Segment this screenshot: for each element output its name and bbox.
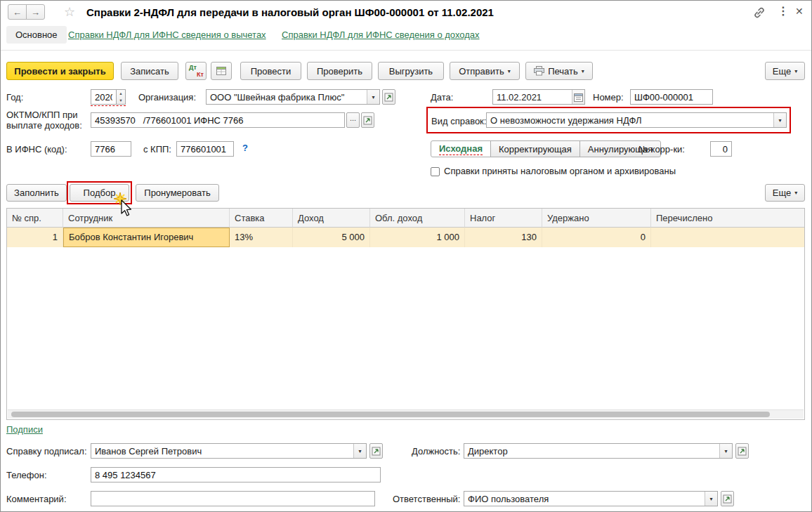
signs-link[interactable]: Подписи [6,424,43,435]
signed-by-value: Иванов Сергей Петрович [91,446,353,457]
col-transferred[interactable]: Перечислено [651,209,804,228]
cell-tax[interactable]: 130 [465,228,542,247]
cell-employee[interactable]: Бобров Константин Игоревич [63,228,230,247]
post-button[interactable]: Провести [240,62,301,80]
chevron-down-icon[interactable]: ▾ [367,90,379,104]
table-row[interactable]: 1 Бобров Константин Игоревич 13% 5 000 1… [7,228,804,247]
dt-kt-button[interactable]: Дт Кт [185,62,207,80]
link-icon[interactable] [752,6,766,22]
oktmo-open-button[interactable] [361,112,374,128]
spinner-up-icon[interactable]: ▲ [117,90,125,97]
chevron-down-icon[interactable]: ▾ [705,492,717,506]
save-button[interactable]: Записать [121,62,178,80]
position-open-button[interactable] [735,443,749,459]
chevron-down-icon[interactable]: ▾ [773,113,786,127]
chevron-down-icon: ▾ [508,68,511,74]
archived-checkbox[interactable] [431,167,440,176]
col-tax[interactable]: Налог [465,209,542,228]
horizontal-scrollbar[interactable] [8,409,804,419]
link-certificates-deductions[interactable]: Справки НДФЛ для ИФНС сведения о вычетах [68,29,266,40]
oktmo-input[interactable] [91,112,345,128]
post-and-close-button[interactable]: Провести и закрыть [6,62,114,80]
close-icon[interactable]: ✕ [795,6,804,17]
certificate-type-toggle: Исходная Корректирующая Аннулирующая [431,140,661,157]
year-modified-underline [91,105,126,106]
col-number[interactable]: № спр. [7,209,63,228]
tab-main[interactable]: Основное [6,26,67,44]
more-button-table[interactable]: Еще▾ [765,184,805,202]
col-taxable-income[interactable]: Обл. доход [370,209,465,228]
chevron-down-icon[interactable]: ▾ [353,444,366,458]
comment-input[interactable] [91,491,375,506]
year-input[interactable] [91,89,117,105]
organization-combo[interactable]: ООО "Швейная фабрика Плюс" ▾ [206,89,380,105]
organization-open-button[interactable] [382,89,395,105]
corr-number-input[interactable] [710,141,732,157]
print-button[interactable]: Печать▾ [525,62,593,80]
ifns-label: В ИФНС (код): [6,144,67,155]
fill-button[interactable]: Заполнить [6,184,67,202]
position-combo[interactable]: Директор ▾ [464,443,733,459]
cell-transferred[interactable] [651,228,804,247]
check-button[interactable]: Проверить [307,62,372,80]
col-withheld[interactable]: Удержано [542,209,651,228]
calendar-icon[interactable] [572,90,584,104]
register-records-button[interactable] [211,62,232,80]
back-button[interactable]: ← [8,4,27,20]
oktmo-label: ОКТМО/КПП при выплате доходов: [6,110,85,131]
spinner-down-icon[interactable]: ▼ [117,97,125,104]
cell-income[interactable]: 5 000 [293,228,370,247]
signed-by-combo[interactable]: Иванов Сергей Петрович ▾ [91,443,367,459]
kt-label: Кт [197,71,204,78]
number-input[interactable] [630,89,713,105]
chevron-down-icon[interactable]: ▾ [719,444,732,458]
ifns-input[interactable] [91,141,131,157]
link-certificates-incomes[interactable]: Справки НДФЛ для ИФНС сведения о доходах [282,29,480,40]
more-button-top[interactable]: Еще▾ [765,62,805,80]
col-income[interactable]: Доход [293,209,370,228]
signed-by-label: Справку подписал: [6,446,87,457]
menu-dots-icon[interactable]: ⋮ [778,4,789,18]
cell-taxable-income[interactable]: 1 000 [370,228,465,247]
kind-combo[interactable]: О невозможности удержания НДФЛ ▾ [486,112,787,128]
responsible-open-button[interactable] [721,491,734,506]
phone-input[interactable] [91,467,381,483]
oktmo-choose-button[interactable]: ... [346,112,360,128]
responsible-label: Ответственный: [393,494,460,504]
type-toggle-original[interactable]: Исходная [431,140,491,157]
archived-label: Справки приняты налоговым органом и архи… [444,166,676,176]
open-icon [723,494,732,504]
chevron-down-icon: ▾ [794,68,797,74]
year-label: Год: [6,92,23,103]
col-rate[interactable]: Ставка [230,209,293,228]
favorites-star-icon[interactable]: ☆ [64,4,75,20]
register-icon [216,66,226,76]
open-icon [738,447,747,456]
help-link[interactable]: ? [242,143,248,153]
back-icon: ← [13,7,22,18]
scrollbar-thumb[interactable] [11,412,770,417]
renumber-button[interactable]: Пронумеровать [136,184,219,202]
export-button[interactable]: Выгрузить [378,62,444,80]
kpp-input[interactable] [176,141,234,157]
open-icon [363,116,372,125]
separator [1,50,811,51]
col-employee[interactable]: Сотрудник [63,209,230,228]
type-toggle-correcting[interactable]: Корректирующая [490,140,580,157]
date-label: Дата: [431,92,453,103]
kind-value: О невозможности удержания НДФЛ [487,115,773,126]
forward-button[interactable]: → [26,4,45,20]
position-label: Должность: [412,446,460,457]
date-input[interactable]: 11.02.2021 [492,89,585,105]
printer-icon [534,66,544,76]
responsible-combo[interactable]: ФИО пользователя ▾ [464,491,718,506]
cell-number[interactable]: 1 [7,228,63,247]
cell-withheld[interactable]: 0 [542,228,651,247]
signed-by-open-button[interactable] [369,443,383,459]
send-button[interactable]: Отправить▾ [450,62,520,80]
organization-label: Организация: [138,92,196,103]
cell-rate[interactable]: 13% [230,228,293,247]
kpp-label: с КПП: [143,144,171,155]
pick-button[interactable]: Подбор [70,184,129,202]
year-spinner[interactable]: ▲ ▼ [117,89,126,105]
